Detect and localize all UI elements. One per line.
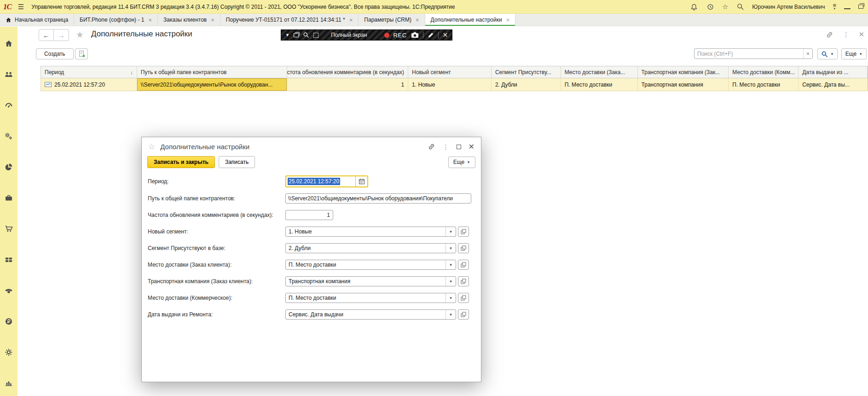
forward-button[interactable]: → xyxy=(54,29,69,41)
dropdown-arrow-icon[interactable]: ▼ xyxy=(446,310,456,319)
kebab-menu-icon[interactable]: ⋮ xyxy=(843,31,849,38)
tab-close-icon[interactable]: × xyxy=(506,17,510,23)
open-value-icon[interactable] xyxy=(458,260,469,270)
sidebar-cart-icon[interactable] xyxy=(4,224,13,233)
system-menu-icon[interactable]: ☰ xyxy=(18,3,24,10)
sidebar-gears-icon[interactable] xyxy=(4,132,13,141)
sidebar-people-icon[interactable] xyxy=(4,70,13,79)
sidebar-settings-gear-icon[interactable] xyxy=(4,348,13,357)
table-cell-4[interactable]: 2. Дубли xyxy=(492,78,561,91)
camera-icon[interactable] xyxy=(411,32,419,38)
open-value-icon[interactable] xyxy=(458,243,469,253)
tab-0[interactable]: Начальная страница xyxy=(0,14,74,26)
tab-close-icon[interactable]: × xyxy=(148,17,152,23)
column-header-5[interactable]: Место доставки (Зака... xyxy=(561,66,638,78)
segment-in-base-field[interactable]: 2. Дубли▼ xyxy=(285,243,456,253)
create-by-copy-button[interactable] xyxy=(75,48,88,59)
window-mode-icon[interactable] xyxy=(294,33,299,37)
dialog-more-button[interactable]: Еще▼ xyxy=(448,157,475,168)
column-header-4[interactable]: Сегмент Присутству... xyxy=(492,66,561,78)
column-header-8[interactable]: Дата выдачи из ... xyxy=(799,66,868,78)
tab-close-icon[interactable]: × xyxy=(416,17,419,23)
open-value-icon[interactable] xyxy=(458,227,469,237)
tab-close-icon[interactable]: × xyxy=(211,17,214,23)
calendar-icon[interactable] xyxy=(355,176,367,186)
zoom-icon[interactable] xyxy=(303,32,309,38)
link-icon[interactable] xyxy=(826,31,833,39)
period-field[interactable]: 25.02.2021 12:57:20 xyxy=(285,175,368,187)
dialog-maximize-icon[interactable] xyxy=(457,145,461,149)
dialog-kebab-menu-icon[interactable]: ⋮ xyxy=(443,143,449,151)
dialog-link-icon[interactable] xyxy=(428,143,435,151)
restore-window-icon[interactable] xyxy=(858,5,863,9)
history-icon[interactable] xyxy=(706,3,714,11)
table-cell-2[interactable]: 1 xyxy=(287,78,408,91)
sidebar-bar-chart-icon[interactable] xyxy=(4,379,13,388)
close-recorder-icon[interactable]: ✕ xyxy=(443,31,448,39)
favorites-star-icon[interactable]: ☆ xyxy=(722,3,728,11)
collapse-caret-icon[interactable]: ▼ xyxy=(285,33,289,37)
column-header-6[interactable]: Транспортная компания (Зак... xyxy=(638,66,729,78)
table-cell-1[interactable]: \\Server2021\общиедокументы\Рынок оборуд… xyxy=(137,78,288,91)
tab-2[interactable]: Заказы клиентов× xyxy=(158,14,220,26)
contractor-folder-path-input[interactable]: \\Server2021\общиедокументы\Рынок оборуд… xyxy=(285,193,471,204)
close-form-icon[interactable]: ✕ xyxy=(858,30,864,39)
search-button[interactable]: ▼ xyxy=(817,48,838,59)
create-button[interactable]: Создать xyxy=(36,48,74,59)
save-button[interactable]: Записать xyxy=(219,156,255,168)
table-row[interactable]: 25.02.2021 12:57:20\\Server2021\общиедок… xyxy=(41,78,868,91)
search-clear-icon[interactable]: × xyxy=(803,49,812,58)
dropdown-arrow-icon[interactable]: ▼ xyxy=(446,277,456,286)
sidebar-ruble-icon[interactable] xyxy=(4,317,13,326)
tab-close-icon[interactable]: × xyxy=(349,17,353,23)
sidebar-pie-chart-icon[interactable] xyxy=(4,163,13,172)
dropdown-arrow-icon[interactable]: ▼ xyxy=(446,293,456,303)
tab-1[interactable]: БИТ.Phone (софтфон) - 1× xyxy=(74,14,158,26)
open-value-icon[interactable] xyxy=(458,309,469,320)
table-cell-3[interactable]: 1. Новые xyxy=(408,78,492,91)
dropdown-arrow-icon[interactable]: ▼ xyxy=(446,244,456,253)
transport-company-order-field[interactable]: Транспортная компания▼ xyxy=(285,276,456,286)
period-input[interactable]: 25.02.2021 12:57:20 xyxy=(286,176,355,186)
table-cell-5[interactable]: П. Место доставки xyxy=(561,78,638,91)
table-cell-0[interactable]: 25.02.2021 12:57:20 xyxy=(41,78,137,91)
region-select-icon[interactable] xyxy=(313,33,318,38)
comment-refresh-seconds-input[interactable]: 1 xyxy=(285,210,333,220)
dropdown-arrow-icon[interactable]: ▼ xyxy=(446,260,456,269)
dropdown-arrow-icon[interactable]: ▼ xyxy=(446,227,456,236)
tab-3[interactable]: Поручение УТ-015171 от 07.12.2021 14:34:… xyxy=(220,14,359,26)
sidebar-phone-icon[interactable] xyxy=(4,286,13,295)
column-header-0[interactable]: Период↓ xyxy=(41,66,137,78)
table-cell-6[interactable]: Транспортная компания xyxy=(638,78,729,91)
dialog-close-icon[interactable]: ✕ xyxy=(469,142,475,151)
open-value-icon[interactable] xyxy=(458,276,469,286)
save-and-close-button[interactable]: Записать и закрыть xyxy=(147,156,215,168)
table-cell-7[interactable]: П. Место доставки xyxy=(729,78,799,91)
delivery-place-commercial-field[interactable]: П. Место доставки▼ xyxy=(285,293,456,303)
more-button[interactable]: Еще▼ xyxy=(841,48,867,59)
minimize-icon[interactable] xyxy=(844,5,851,9)
table-cell-8[interactable]: Сервис. Дата вы... xyxy=(799,78,868,91)
column-header-7[interactable]: Место доставки (Комм... xyxy=(729,66,799,78)
main-menu-icon[interactable]: ≡▾ xyxy=(833,4,836,10)
repair-issue-date-field[interactable]: Сервис. Дата выдачи▼ xyxy=(285,309,456,320)
notifications-bell-icon[interactable] xyxy=(690,3,698,11)
pencil-icon[interactable] xyxy=(428,32,434,38)
sidebar-home-icon[interactable] xyxy=(4,39,13,48)
favorite-star-icon[interactable]: ★ xyxy=(76,29,84,40)
dialog-favorite-star-icon[interactable]: ☆ xyxy=(148,142,155,151)
sidebar-briefcase-icon[interactable] xyxy=(4,193,13,203)
tab-5[interactable]: Дополнительные настройки× xyxy=(425,14,516,26)
back-button[interactable]: ← xyxy=(39,29,54,41)
sidebar-grid-icon[interactable] xyxy=(4,255,13,264)
user-name[interactable]: Юрочкин Артем Васильевич xyxy=(752,4,825,10)
delivery-place-order-field[interactable]: П. Место доставки▼ xyxy=(285,260,456,270)
tab-4[interactable]: Параметры (CRM)× xyxy=(359,14,425,26)
column-header-1[interactable]: Путь к общей папке контрагентов xyxy=(137,66,288,78)
new-segment-field[interactable]: 1. Новые▼ xyxy=(285,227,456,237)
search-input[interactable] xyxy=(694,51,803,57)
column-header-2[interactable]: Частота обновления комментариев (в секун… xyxy=(287,66,408,78)
sidebar-gauge-icon[interactable] xyxy=(4,101,13,110)
global-search-icon[interactable] xyxy=(736,3,744,11)
open-value-icon[interactable] xyxy=(458,293,469,303)
